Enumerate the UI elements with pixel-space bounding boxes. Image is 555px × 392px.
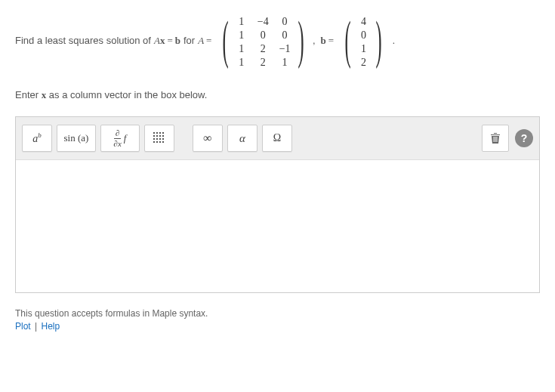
instruction-text: Enter x as a column vector in the box be… <box>15 89 540 101</box>
question-statement: Find a least squares solution of A x = b… <box>15 14 540 68</box>
eq-1: = <box>165 33 174 48</box>
superscript-button[interactable]: ab <box>22 125 52 152</box>
period: . <box>391 33 395 48</box>
matrix-A: ( 1−40 100 12−1 121 ) <box>217 14 309 68</box>
alpha-button[interactable]: α <box>227 125 257 152</box>
eq-3: = <box>326 33 336 48</box>
matrix-button[interactable] <box>144 125 174 152</box>
grid-icon <box>153 132 165 144</box>
link-separator: | <box>33 321 39 332</box>
plot-link[interactable]: Plot <box>15 321 31 332</box>
matrix-b: ( 4 0 1 2 ) <box>339 14 388 68</box>
question-prefix: Find a least squares solution of <box>15 33 151 48</box>
editor-help-button[interactable]: ? <box>515 129 533 147</box>
for-text: for <box>183 33 195 48</box>
syntax-note: This question accepts formulas in Maple … <box>15 308 540 319</box>
clear-button[interactable] <box>482 125 509 152</box>
help-link[interactable]: Help <box>42 321 60 332</box>
question-mark-icon: ? <box>521 132 528 144</box>
omega-button[interactable]: Ω <box>262 125 292 152</box>
var-A: A <box>154 33 160 48</box>
trash-icon <box>490 132 501 144</box>
comma: , <box>313 33 316 48</box>
equation-editor: ab sin (a) ∂ ∂x f ∞ α Ω <box>15 116 540 293</box>
var-b: b <box>175 33 180 48</box>
infinity-button[interactable]: ∞ <box>193 125 223 152</box>
footer-links: Plot | Help <box>15 321 540 332</box>
formula-input[interactable] <box>16 160 539 292</box>
eq-2: = <box>204 33 214 48</box>
editor-toolbar: ab sin (a) ∂ ∂x f ∞ α Ω <box>16 117 539 160</box>
function-button[interactable]: sin (a) <box>57 125 96 152</box>
derivative-button[interactable]: ∂ ∂x f <box>100 125 140 152</box>
var-A2: A <box>198 33 204 48</box>
var-b2: b <box>321 33 326 48</box>
